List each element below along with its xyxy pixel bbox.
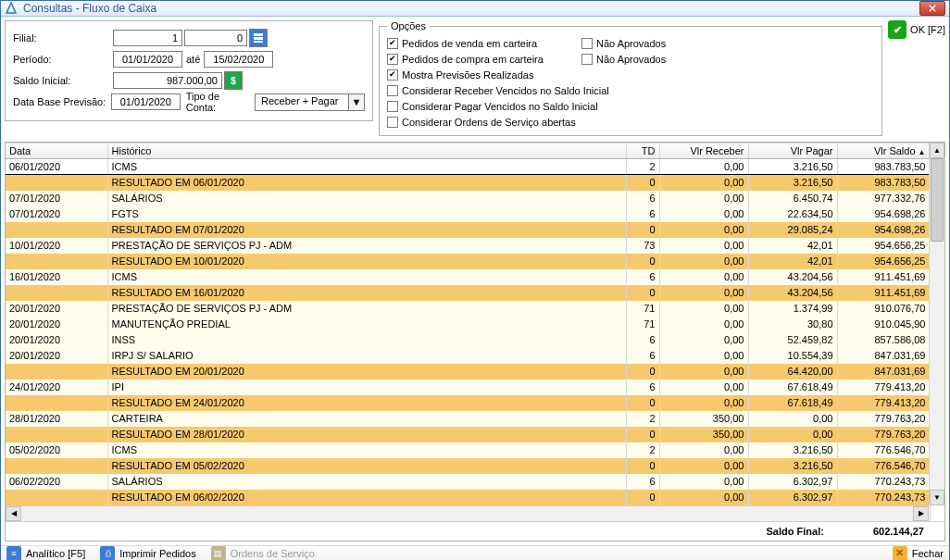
filial-to-input[interactable] [184,30,247,46]
periodo-ate-label: até [186,54,200,65]
scroll-left-icon[interactable]: ◀ [6,506,21,521]
saldo-inicial-input[interactable] [113,72,222,89]
col-rec[interactable]: Vlr Receber [659,143,748,159]
checkbox-icon [387,85,398,96]
checkbox-icon [387,117,398,128]
document-icon: ≡ [6,546,21,561]
chk-pedidos-venda[interactable]: Pedidos de venda em carteira [387,35,537,51]
folder-icon: ▤ [211,546,226,561]
saldo-final-value: 602.144,27 [873,526,924,537]
saldo-refresh-button[interactable]: $ [224,71,243,90]
periodo-from-input[interactable] [113,51,182,68]
saldo-inicial-label: Saldo Inicial: [13,75,113,86]
col-hist[interactable]: Histórico [107,143,626,159]
chevron-down-icon: ▼ [348,94,364,110]
opcoes-fieldset: Opções Pedidos de venda em carteira Não … [379,20,882,136]
check-icon: ✔ [888,20,906,39]
tipoconta-value: Receber + Pagar [256,94,348,110]
table-row[interactable]: RESULTADO EM 06/02/202000,006.302,97770.… [6,490,930,505]
table-row[interactable]: 20/01/2020INSS60,0052.459,82857.586,08 [6,332,930,348]
scroll-down-icon[interactable]: ▼ [930,490,944,505]
table-row[interactable]: RESULTADO EM 07/01/202000,0029.085,24954… [6,222,930,238]
tipoconta-select[interactable]: Receber + Pagar ▼ [255,93,365,111]
periodo-to-input[interactable] [204,51,273,68]
table-row[interactable]: 24/01/2020IPI60,0067.618,49779.413,20 [6,380,930,395]
grid-header-row[interactable]: Data Histórico TD Vlr Receber Vlr Pagar … [6,143,930,159]
window-title: Consultas - Fluxo de Caixa [23,2,919,15]
col-td[interactable]: TD [626,143,659,159]
scrollbar-vertical[interactable]: ▲ ▼ [929,143,944,505]
content: Filial: Período: até Saldo Inicial: [1,17,949,545]
scroll-up-icon[interactable]: ▲ [930,143,944,158]
titlebar[interactable]: Consultas - Fluxo de Caixa [1,1,949,17]
window: Consultas - Fluxo de Caixa Filial: Perío… [0,0,950,560]
table-row[interactable]: 20/01/2020IRPJ S/ SALARIO60,0010.554,398… [6,348,930,364]
checkbox-icon [387,101,398,112]
ok-button[interactable]: ✔ OK [F2] [888,20,945,39]
chk-nao-aprov-compra[interactable]: Não Aprovados [581,51,666,67]
table-row[interactable]: 07/01/2020FGTS60,0022.634,50954.698,26 [6,206,930,222]
table-row[interactable]: 05/02/2020ICMS20,003.216,50776.546,70 [6,442,930,458]
fechar-button[interactable]: ✕ Fechar [893,546,944,561]
checkbox-icon [581,54,593,65]
chk-pagar-venc[interactable]: Considerar Pagar Vencidos no Saldo Inici… [387,98,598,114]
scrollbar-horizontal[interactable]: ◀ ▶ [6,505,929,521]
table-row[interactable]: RESULTADO EM 05/02/202000,003.216,50776.… [6,458,930,474]
grid: Data Histórico TD Vlr Receber Vlr Pagar … [5,142,945,541]
table-row[interactable]: 07/01/2020SALÁRIOS60,006.450,74977.332,7… [6,191,930,206]
table-row[interactable]: 10/01/2020PRESTAÇÃO DE SERVIÇOS PJ - ADM… [6,238,930,254]
col-pag[interactable]: Vlr Pagar [748,143,837,159]
chk-os-abertas[interactable]: Considerar Ordens de Serviço abertas [387,114,576,130]
checkbox-icon [581,38,593,49]
svg-rect-1 [254,37,263,40]
svg-text:$: $ [231,76,236,86]
svg-rect-2 [254,41,263,43]
table-row[interactable]: 20/01/2020PRESTAÇÃO DE SERVIÇOS PJ - ADM… [6,301,930,317]
databaseprev-label: Data Base Previsão: [13,96,111,107]
table-row[interactable]: 20/01/2020MANUTENÇÃO PREDIAL710,0030,809… [6,317,930,332]
checkbox-icon [387,38,398,49]
chk-receber-venc[interactable]: Considerar Receber Vencidos no Saldo Ini… [387,82,609,98]
analitico-button[interactable]: ≡ Analítico [F5] [6,546,85,561]
table-row[interactable]: 28/01/2020CARTEIRA2350,000,00779.763,20 [6,411,930,427]
filial-lookup-button[interactable] [249,29,268,47]
chk-nao-aprov-venda[interactable]: Não Aprovados [581,35,666,51]
table-row[interactable]: RESULTADO EM 28/01/20200350,000,00779.76… [6,427,930,442]
col-sal[interactable]: Vlr Saldo ▲ [837,143,930,159]
chk-mostra-prev[interactable]: Mostra Previsões Realizadas [387,67,533,82]
table-row[interactable]: RESULTADO EM 24/01/202000,0067.618,49779… [6,395,930,411]
table-row[interactable]: RESULTADO EM 20/01/202000,0064.420,00847… [6,364,930,380]
sort-asc-icon: ▲ [919,148,926,156]
table-row[interactable]: 06/01/2020ICMS20,003.216,50983.783,50 [6,159,930,175]
checkbox-icon [387,54,398,65]
ordens-servico-button[interactable]: ▤ Ordens de Serviço [211,546,315,561]
grid-table[interactable]: Data Histórico TD Vlr Receber Vlr Pagar … [6,143,931,521]
close-icon: ✕ [893,546,907,561]
databaseprev-input[interactable] [111,93,181,110]
filial-from-input[interactable] [113,30,182,46]
svg-rect-0 [254,33,263,36]
filter-panel: Filial: Período: até Saldo Inicial: [5,20,373,121]
tipoconta-label: Tipo de Conta: [186,91,251,113]
close-window-button[interactable] [919,1,945,16]
opcoes-legend: Opções [387,20,430,31]
checkbox-icon [387,69,398,81]
periodo-label: Período: [13,54,113,65]
table-row[interactable]: 06/02/2020SALÁRIOS60,006.302,97770.243,7… [6,474,930,490]
filial-label: Filial: [13,32,113,44]
table-row[interactable]: 16/01/2020ICMS60,0043.204,56911.451,69 [6,269,930,285]
imprimir-pedidos-button[interactable]: ⎙ Imprimir Pedidos [100,546,196,561]
chk-pedidos-compra[interactable]: Pedidos de compra em carteira [387,51,544,67]
footer: ≡ Analítico [F5] ⎙ Imprimir Pedidos ▤ Or… [1,545,949,561]
table-row[interactable]: RESULTADO EM 16/01/202000,0043.204,56911… [6,285,930,301]
col-data[interactable]: Data [6,143,107,159]
table-row[interactable]: RESULTADO EM 06/01/202000,003.216,50983.… [6,175,930,191]
table-row[interactable]: RESULTADO EM 10/01/202000,0042,01954.656… [6,254,930,269]
app-icon [5,2,18,15]
scroll-right-icon[interactable]: ▶ [913,506,929,521]
saldo-final-label: Saldo Final: [767,526,824,537]
print-icon: ⎙ [100,546,115,561]
scroll-thumb[interactable] [931,158,944,242]
saldo-final-row: Saldo Final: 602.144,27 [6,521,944,541]
